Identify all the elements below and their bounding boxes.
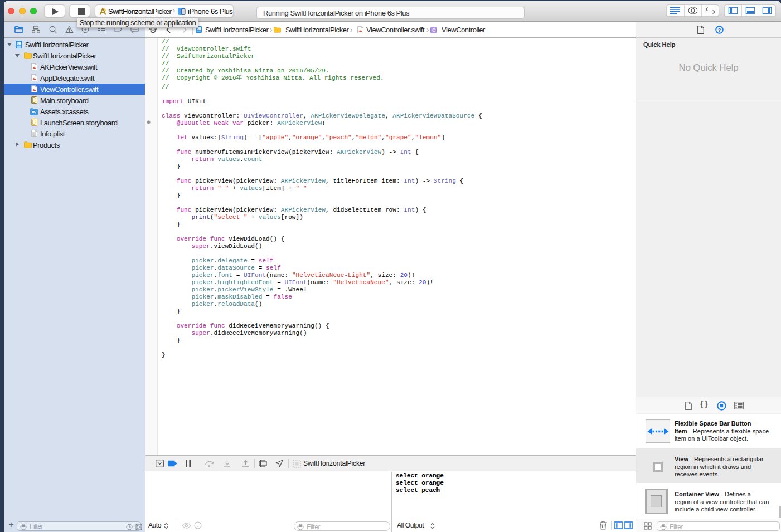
svg-text:?: ? [718,27,721,33]
svg-text:i: i [197,523,199,528]
